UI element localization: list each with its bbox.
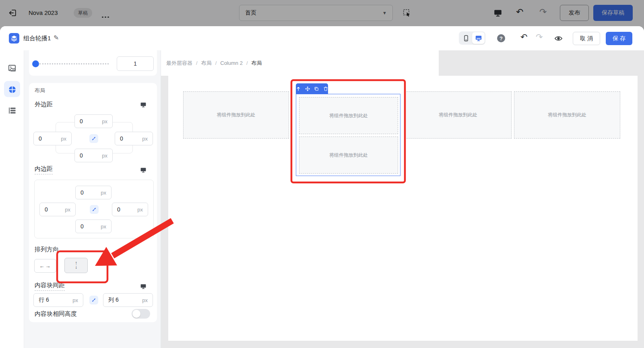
canvas-workspace: 最外层容器 / 布局 / Column 2 / 布局 将组件拖放到此处 [161, 50, 644, 348]
margin-right-input[interactable]: 0px [115, 132, 153, 145]
page-selector-dropdown[interactable]: 首页 ▼ [239, 5, 393, 21]
editor-header: 组合轮播1 ✎ ? ↶ ↷ [0, 26, 644, 50]
slider-handle[interactable] [32, 60, 39, 67]
marquee-cursor-icon [402, 8, 411, 17]
margin-top-input[interactable]: 0px [74, 114, 113, 128]
direction-vertical-button[interactable]: ↑↓ [64, 258, 88, 273]
monitor-mini-icon [140, 167, 147, 173]
canvas-page: 将组件拖放到此处 将组件拖放到此处 将组件拖放到此处 [168, 76, 638, 341]
breadcrumb-item[interactable]: Column 2 [220, 60, 243, 66]
count-card: 1 [29, 50, 157, 76]
section-title: 布局 [35, 87, 45, 94]
image-icon [8, 64, 17, 73]
gap-col-input[interactable]: 列 6px [103, 293, 153, 307]
move-up-icon[interactable] [296, 86, 301, 91]
components-icon [8, 85, 17, 94]
margin-left-input[interactable]: 0px [33, 132, 72, 145]
layers-icon [10, 34, 18, 42]
back-icon [8, 8, 17, 17]
direction-horizontal-button[interactable]: ←→ [34, 259, 56, 273]
padding-responsive-button[interactable] [140, 167, 147, 175]
publish-button[interactable]: 发布 [560, 5, 589, 21]
breadcrumb-item[interactable]: 最外层容器 [166, 60, 192, 67]
toggle-knob [132, 310, 140, 318]
gap-link-button[interactable] [89, 296, 98, 304]
preview-button[interactable] [554, 34, 563, 44]
editor-redo-button[interactable]: ↷ [536, 32, 543, 42]
breadcrumb-item-current: 布局 [252, 60, 262, 67]
component-title: 组合轮播1 [23, 35, 51, 42]
move-icon[interactable] [305, 86, 310, 91]
device-toggle-mobile[interactable] [460, 32, 472, 44]
undo-icon: ↶ [520, 32, 528, 41]
monitor-icon [493, 8, 502, 17]
direction-label: 排列方向 [35, 246, 59, 253]
phone-icon [462, 35, 470, 42]
rail-item-components[interactable] [8, 85, 17, 96]
status-badge: 草稿 [74, 8, 92, 18]
padding-right-input[interactable]: 0px [112, 203, 148, 216]
back-button[interactable] [8, 8, 17, 19]
padding-top-input[interactable]: 0px [75, 186, 111, 199]
rail-item-media[interactable] [8, 64, 17, 75]
eye-icon [554, 34, 563, 43]
slider-track[interactable] [39, 63, 109, 64]
dropzone-column-3[interactable]: 将组件拖放到此处 [405, 91, 512, 139]
padding-left-input[interactable]: 0px [39, 203, 76, 216]
more-icon[interactable] [102, 12, 110, 19]
layout-card: 布局 外边距 0px 0px 0px 0px 内边距 [29, 83, 157, 322]
component-logo [9, 33, 19, 44]
cancel-button[interactable]: 取 消 [573, 32, 600, 45]
dropzone-column-2-block-1[interactable]: 将组件拖放到此处 [299, 97, 398, 134]
margin-bottom-input[interactable]: 0px [74, 149, 113, 162]
padding-link-button[interactable] [90, 205, 99, 214]
link-icon [91, 207, 97, 212]
dropzone-column-4[interactable]: 将组件拖放到此处 [514, 91, 620, 139]
gap-responsive-button[interactable] [140, 283, 147, 291]
redo-button[interactable]: ↷ [539, 7, 547, 17]
undo-button[interactable]: ↶ [516, 7, 523, 17]
device-toggle-desktop[interactable] [472, 32, 485, 44]
padding-label: 内边距 [35, 165, 53, 174]
inspector-panel: 1 布局 外边距 0px 0px 0px 0px 内边距 [24, 50, 161, 348]
breadcrumb-item[interactable]: 布局 [201, 60, 212, 67]
count-input[interactable]: 1 [117, 56, 154, 71]
page-selector-value: 首页 [245, 9, 256, 17]
monitor-mini-icon [140, 102, 147, 108]
gap-row-input[interactable]: 行 6px [33, 293, 83, 307]
link-icon [91, 136, 97, 141]
margin-link-button[interactable] [89, 134, 98, 143]
redo-icon: ↷ [539, 7, 547, 17]
copy-icon[interactable] [314, 86, 319, 91]
dropzone-column-2-block-2[interactable]: 将组件拖放到此处 [299, 137, 398, 174]
marquee-select-button[interactable] [402, 8, 411, 19]
left-icon-rail [0, 50, 24, 348]
selected-column-2[interactable]: 将组件拖放到此处 将组件拖放到此处 [296, 94, 400, 176]
link-icon [91, 297, 97, 303]
help-icon: ? [500, 35, 503, 41]
margin-responsive-button[interactable] [140, 102, 147, 110]
editor-undo-button[interactable]: ↶ [520, 32, 528, 42]
arrows-vertical-icon: ↑↓ [75, 261, 77, 269]
save-button[interactable]: 保 存 [606, 32, 632, 45]
help-button[interactable]: ? [497, 34, 505, 42]
desktop-icon [475, 35, 482, 42]
layer-list-icon [8, 106, 17, 115]
edit-pencil-icon: ✎ [54, 34, 59, 41]
site-title: Nova 2023 [29, 9, 58, 16]
same-height-toggle[interactable] [132, 309, 150, 319]
preview-device-button[interactable] [493, 8, 502, 19]
save-draft-button[interactable]: 保存草稿 [593, 5, 633, 21]
margin-label: 外边距 [35, 101, 53, 108]
undo-icon: ↶ [516, 7, 523, 17]
monitor-mini-icon [140, 283, 147, 290]
selection-toolbar [296, 83, 328, 94]
gap-label: 内容块间距 [35, 282, 65, 291]
delete-icon[interactable] [323, 86, 328, 91]
rename-button[interactable]: ✎ [54, 34, 59, 41]
rail-item-layers[interactable] [8, 106, 17, 117]
padding-bottom-input[interactable]: 0px [75, 220, 111, 233]
chevron-down-icon: ▼ [382, 10, 387, 15]
dropzone-column-1[interactable]: 将组件拖放到此处 [183, 91, 289, 139]
component-editor-modal: 组合轮播1 ✎ ? ↶ ↷ [0, 26, 644, 348]
